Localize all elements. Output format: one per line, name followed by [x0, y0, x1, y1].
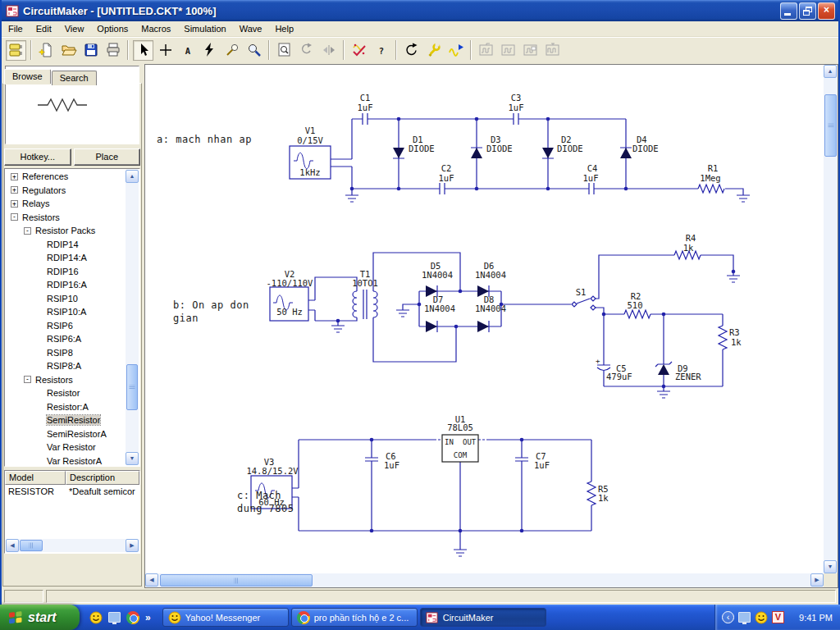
switch-arm[interactable] [577, 299, 590, 304]
tree-item[interactable]: Resistor [6, 386, 126, 400]
minimize-button[interactable] [780, 2, 797, 20]
new-button[interactable] [36, 40, 57, 61]
taskbar-item-yahoo[interactable]: Yahoo! Messenger [162, 608, 289, 627]
tree-item[interactable]: RSIP10:A [6, 305, 126, 319]
scroll-left-icon[interactable]: ◀ [145, 573, 158, 587]
tree-item[interactable]: RDIP14 [6, 238, 126, 252]
menu-macros[interactable]: Macros [135, 22, 177, 35]
tree-item[interactable]: Resistor:A [6, 400, 126, 414]
antivirus-tray-icon[interactable]: V [772, 611, 784, 623]
zoom-page-button[interactable] [274, 40, 294, 61]
analysis-button[interactable] [349, 40, 369, 61]
tree-item[interactable]: Var ResistorA [6, 454, 126, 466]
canvas-vscrollbar[interactable]: ▲ ▼ [824, 65, 838, 573]
resistor-r1[interactable] [698, 185, 724, 193]
collapse-icon[interactable]: - [24, 376, 31, 383]
transformer-secondary-winding[interactable] [373, 291, 377, 317]
menu-help[interactable]: Help [268, 22, 300, 35]
taskbar-item-circuitmaker[interactable]: CircuitMaker [420, 608, 546, 627]
scrollbar-thumb[interactable] [20, 540, 43, 551]
menu-edit[interactable]: Edit [30, 22, 58, 35]
tree-item[interactable]: -Resistors [6, 211, 126, 225]
restore-button[interactable] [799, 2, 816, 20]
scroll-down-icon[interactable]: ▼ [126, 452, 139, 465]
scrollbar-thumb[interactable] [126, 364, 138, 410]
tree-item-selected[interactable]: SemiResistor [6, 413, 126, 427]
scroll-up-icon[interactable]: ▲ [126, 170, 139, 183]
yahoo-messenger-icon[interactable] [89, 611, 103, 624]
tree-item[interactable]: -Resistors [6, 373, 126, 387]
tree-item[interactable]: RDIP16:A [6, 278, 126, 292]
taskbar-item-browser[interactable]: pro phần tích hộ e 2 c... [291, 608, 418, 627]
quick-launch-overflow-icon[interactable]: » [145, 612, 151, 623]
hotkey-button[interactable]: Hotkey... [4, 148, 71, 166]
resistor-r5[interactable] [587, 482, 596, 505]
tree-item[interactable]: +References [6, 170, 126, 184]
print-button[interactable] [103, 40, 123, 61]
tree-item[interactable]: Var Resistor [6, 441, 126, 454]
expand-icon[interactable]: + [11, 200, 18, 208]
close-button[interactable]: × [818, 2, 835, 20]
collapse-icon[interactable]: - [24, 227, 31, 235]
tab-browse[interactable]: Browse [4, 69, 51, 84]
tree-item[interactable]: RSIP8:A [6, 359, 126, 373]
model-column-header[interactable]: Model [5, 471, 66, 485]
resistor-r2[interactable] [624, 310, 651, 318]
tree-item[interactable]: SemiResistorA [6, 427, 126, 441]
tree-item[interactable]: RDIP14:A [6, 251, 126, 265]
circuit-a[interactable]: a: mach nhan ap V1 0/15V 1kHz C1 1uF C3 … [157, 93, 750, 202]
scroll-right-icon[interactable]: ▶ [810, 573, 824, 587]
resistor-r3[interactable] [719, 326, 727, 349]
menu-wave[interactable]: Wave [233, 22, 269, 35]
tray-collapse-icon[interactable]: ‹ [722, 611, 734, 623]
tree-item[interactable]: RSIP8 [6, 346, 126, 360]
tree-item[interactable]: RDIP16 [6, 265, 126, 279]
scrollbar-thumb[interactable] [824, 94, 837, 157]
model-row[interactable]: RESISTOR *Deafult semicor [5, 485, 139, 496]
yahoo-tray-icon[interactable] [755, 611, 768, 624]
schematic[interactable]: a: mach nhan ap V1 0/15V 1kHz C1 1uF C3 … [145, 66, 824, 573]
run-simulation-button[interactable] [445, 40, 466, 61]
description-column-header[interactable]: Description [66, 471, 139, 485]
tree-item[interactable]: +Relays [6, 197, 126, 211]
expand-icon[interactable]: + [11, 173, 18, 180]
reset-button[interactable] [401, 40, 422, 61]
menu-simulation[interactable]: Simulation [177, 22, 232, 35]
menu-view[interactable]: View [58, 22, 91, 35]
select-tool-button[interactable] [133, 40, 153, 61]
circuit-b[interactable]: b: On ap don gian V2 -110/110V 50 Hz T1 … [173, 233, 742, 398]
circuit-c[interactable]: c: Mach dung 7805 V3 14.8/15.2V 60 Hz C6… [237, 414, 609, 556]
tree-item[interactable]: RSIP6:A [6, 332, 126, 346]
start-button[interactable]: start [0, 605, 80, 630]
scroll-up-icon[interactable]: ▲ [824, 65, 837, 78]
schematic-canvas[interactable]: a: mach nhan ap V1 0/15V 1kHz C1 1uF C3 … [144, 64, 838, 588]
scroll-left-icon[interactable]: ◀ [6, 539, 19, 552]
menu-file[interactable]: File [2, 22, 30, 35]
tools-button[interactable] [423, 40, 444, 61]
delete-tool-button[interactable] [199, 40, 220, 61]
network-tray-icon[interactable] [738, 612, 751, 623]
help-button[interactable]: ? [371, 40, 391, 61]
zoom-tool-button[interactable] [244, 40, 264, 61]
tab-search[interactable]: Search [52, 71, 97, 85]
canvas-hscrollbar[interactable]: ◀ ▶ [145, 573, 824, 587]
collapse-icon[interactable]: - [11, 213, 18, 221]
tree-item[interactable]: RSIP6 [6, 319, 126, 333]
transformer-primary-winding[interactable] [353, 291, 357, 317]
switch-contacts[interactable] [572, 296, 596, 310]
scrollbar-thumb[interactable] [160, 574, 313, 587]
title-bar[interactable]: CircuitMaker - [UNTITLED.CKT* 100%] × [2, 0, 838, 21]
save-button[interactable] [80, 40, 101, 61]
scroll-right-icon[interactable]: ▶ [126, 539, 139, 552]
probe-tool-button[interactable] [221, 40, 242, 61]
drawing-area[interactable]: a: mach nhan ap V1 0/15V 1kHz C1 1uF C3 … [145, 65, 824, 573]
tree-item[interactable]: RSIP10 [6, 292, 126, 306]
part-browser-button[interactable] [6, 40, 26, 61]
capacitor-c5[interactable] [597, 365, 610, 371]
scroll-down-icon[interactable]: ▼ [824, 560, 837, 573]
expand-icon[interactable]: + [11, 186, 18, 194]
menu-options[interactable]: Options [90, 22, 135, 35]
tree-scrollbar[interactable]: ▲ ▼ [126, 170, 139, 465]
show-desktop-icon[interactable] [108, 612, 121, 623]
model-scrollbar[interactable]: ◀ ▶ [6, 539, 139, 552]
